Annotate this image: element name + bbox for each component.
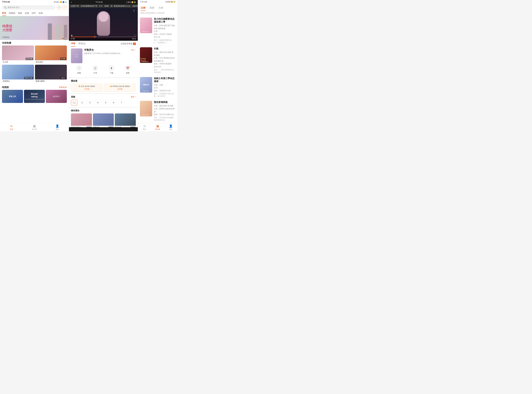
rank-meta-2: 分类：喜剧,音乐,剧情,喜,情,电影	[154, 51, 175, 57]
nav-tab-home[interactable]: 首页	[2, 11, 6, 16]
share-btn[interactable]: ⟨⟩ 分享	[92, 65, 98, 74]
hot-item-4[interactable]: 38集全 暗夜与黎明	[35, 65, 67, 83]
fullscreen-btn[interactable]: ⛶	[134, 35, 136, 37]
rank-time: 下午4:59	[140, 1, 147, 3]
rec-item-3[interactable]: 全42集 极速救援	[115, 114, 136, 127]
ep-btn-7[interactable]: 7	[118, 100, 125, 106]
rank-item-4[interactable]: 超能少女浪漫... 预言家请睁眼 分类：喜剧,爱情,喜,电影 主演：梁登凯,连俞…	[138, 99, 177, 123]
source-2[interactable]: 🔥 WW蓝光-如失效-请换源 共27集	[104, 84, 136, 92]
rec-item-1[interactable]: 全30集 亲爱的天狐大人	[71, 114, 92, 127]
hot-item-2[interactable]: 全40集 流水迢迢	[35, 46, 67, 64]
progress-handle[interactable]	[94, 36, 96, 38]
download-icon: ⬇	[109, 65, 115, 71]
tv-item-1[interactable]: 青春之歌	[2, 90, 23, 103]
danmaku-4: [鼓掌]	[104, 5, 109, 7]
collect-label: 收藏	[77, 72, 81, 74]
tv-item-3[interactable]: 他的暖光	[46, 90, 67, 103]
rank-meta-3: 分类：动漫	[154, 83, 175, 87]
nav-tab-variety[interactable]: 综艺	[32, 11, 36, 16]
video-progress-bar[interactable]	[71, 36, 136, 37]
home-label: 首页	[10, 128, 13, 130]
rank-meta-1: 分类：职场,恋爱,国产动漫,动漫,漫画改编	[154, 24, 175, 30]
ep-btn-6[interactable]: 6	[110, 100, 117, 106]
hot-item-1[interactable]: 更至04集 凡人歌	[2, 46, 34, 64]
nav-tab-movie[interactable]: 电影	[18, 11, 22, 16]
intro-link[interactable]: 简介 ›	[131, 49, 136, 51]
history-btn[interactable]: 🕐	[57, 5, 61, 10]
rank-item-2[interactable]: Kinky Roots 男士高跟鞋... 长靴 分类：喜剧,音乐,剧情,喜,情,…	[138, 46, 177, 75]
urge-btn[interactable]: 📅 催更	[125, 65, 131, 74]
detail-card-section: 半熟男女 半熟男女 简介 › 该剧讲述了当下年轻人在寻爱寻己的都市生活... ♡…	[69, 47, 138, 77]
rank-other-3: 其他：2023年///4.0分	[154, 89, 175, 92]
hot-title-1: 凡人歌	[2, 60, 34, 64]
rank-item-1[interactable]: 霸道总裁只爱... 贺少的闪婚暖妻动态漫画第三季 分类：职场,恋爱,国产动漫,动…	[138, 16, 177, 46]
dot-1	[62, 38, 64, 39]
signal-icon: 📶	[60, 1, 62, 3]
source-2-name: 🔥 WW蓝光-如失效-请换源	[106, 85, 134, 88]
home-scroll[interactable]: 当前热播 更至04集 凡人歌 全40集 流水迢迢 更新至23集 半熟男女 38集…	[0, 40, 69, 131]
source-list: 🔥 蓝光-如失效-请换源 共27集 🔥 WW蓝光-如失效-请换源 共27集	[71, 84, 136, 92]
search-placeholder: 搜索名称 简介	[8, 6, 20, 9]
battery-icon-1: 🔋	[65, 1, 67, 3]
rec-item-2[interactable]: 全30集 学警旋风	[93, 114, 114, 127]
pause-btn[interactable]: ⏸	[71, 34, 73, 37]
bottom-nav-home[interactable]: ⊙ 首页	[0, 123, 23, 131]
rank-nav-rank[interactable]: ▦ 排行榜	[151, 123, 164, 131]
network-speed-1: 55.0K/s	[54, 1, 59, 3]
rank-tab-week[interactable]: 周榜	[149, 5, 154, 11]
show-intro: 该剧讲述了当下年轻人在寻爱寻己的都市生活...	[84, 52, 136, 55]
panel-video: ‹ 下午4:59 1.3K/s 📶 🔋 点意思了吧 好有意思啊就应该了吧 打卡 …	[69, 0, 138, 131]
hot-item-3[interactable]: 更新至23集 半熟男女	[2, 65, 34, 83]
back-btn[interactable]: ‹	[71, 1, 72, 4]
ep-expand-btn[interactable]: 展开 ›	[131, 96, 136, 98]
rank-item-3[interactable]: 独家占有 更新至34集 独家占有第三季动态漫画 分类：动漫 主演： 其他：202…	[138, 75, 177, 99]
nav-tab-tv[interactable]: 电视剧	[9, 11, 15, 16]
ep-btn-1[interactable]: 1 📊	[71, 100, 78, 106]
rank-nav-mine[interactable]: 👤 我的	[164, 123, 177, 131]
download-btn[interactable]: ⬇ 下载	[109, 65, 115, 74]
rank-nav-home[interactable]: ⊙ 首页	[138, 123, 151, 131]
detail-tab-comment[interactable]: 评论(1)	[78, 41, 85, 47]
nav-tab-short[interactable]: 短剧	[39, 11, 43, 16]
source-1[interactable]: 🔥 蓝光-如失效-请换源 共27集	[71, 84, 103, 92]
rank-tab-month[interactable]: 月榜	[158, 5, 163, 11]
rec-badge-2: 全30集	[108, 127, 114, 127]
bottom-nav-mine[interactable]: 👤 我的	[46, 123, 69, 131]
hot-badge-3: 更新至23集	[24, 77, 33, 79]
nav-tab-anime[interactable]: 动漫	[25, 11, 29, 16]
tv-cast-btn[interactable]: TV	[132, 10, 136, 12]
rank-tab-day[interactable]: 日榜	[141, 5, 146, 11]
show-cover: 半熟男女	[71, 48, 83, 63]
camera-btn[interactable]: ⏱	[62, 5, 67, 10]
detail-tab-info[interactable]: 详情	[71, 41, 75, 47]
collect-btn[interactable]: ♡ 收藏	[76, 65, 82, 74]
tv-more-btn[interactable]: 查看更多	[59, 86, 67, 89]
danmaku-2: 好有意思啊就应该了吧	[81, 5, 97, 7]
action-buttons: ♡ 收藏 ⟨⟩ 分享 ⬇ 下载 📅 催更	[71, 63, 136, 76]
tv-item-2[interactable]: Breathtaking The UK's human story of Cov…	[24, 90, 45, 103]
video-battery: 🔋	[134, 1, 136, 3]
hero-banner[interactable]: 纯爱战大愣爱 半熟男女	[0, 16, 69, 40]
rank-cover-2: Kinky Roots 男士高跟鞋...	[140, 47, 152, 63]
ep-btn-5[interactable]: 5	[102, 100, 109, 106]
rank-rank-label: 排行榜	[155, 128, 160, 130]
video-player[interactable]: TV ⏸ 17:39 46:12 ⛶	[69, 8, 138, 41]
ep-btn-4[interactable]: 4	[94, 100, 101, 106]
rank-list[interactable]: 霸道总裁只爱... 贺少的闪婚暖妻动态漫画第三季 分类：职场,恋爱,国产动漫,动…	[138, 16, 177, 124]
rank-bottom-nav: ⊙ 首页 ▦ 排行榜 👤 我的	[138, 123, 177, 131]
send-danmaku-btn[interactable]: 点我发送弹幕 弹	[120, 41, 136, 47]
danmaku-5: 猜一看这男的是成功人士么	[111, 5, 130, 7]
rank-info-4: 预言家请睁眼 分类：喜剧,爱情,喜,电影 主演：梁登凯,连俞涵,林哲嘉 其他：2…	[154, 101, 175, 121]
ep-grid: 1 📊 2 3 4 5 6 7	[71, 100, 136, 106]
search-input-container[interactable]: 🔍 搜索名称 简介	[2, 5, 55, 10]
danmaku-bar: 点意思了吧 好有意思啊就应该了吧 打卡 [鼓掌] 猜一看这男的是成功人士么 这就…	[69, 4, 138, 8]
rank-other-1: 其他：2019年/大陆/国语/1.0分	[154, 33, 175, 39]
ep-btn-2[interactable]: 2	[79, 100, 85, 106]
ep-btn-3[interactable]: 3	[87, 100, 93, 106]
bottom-nav-rank[interactable]: ▦ 排行榜	[23, 123, 46, 131]
rank-meta-4: 分类：喜剧,爱情,喜,电影	[154, 104, 175, 107]
source-1-name: 🔥 蓝光-如失效-请换源	[73, 85, 101, 88]
dot-2	[65, 38, 66, 39]
rank-cover-1: 霸道总裁只爱...	[140, 18, 152, 33]
detail-scroll[interactable]: 半熟男女 半熟男女 简介 › 该剧讲述了当下年轻人在寻爱寻己的都市生活... ♡…	[69, 47, 138, 127]
